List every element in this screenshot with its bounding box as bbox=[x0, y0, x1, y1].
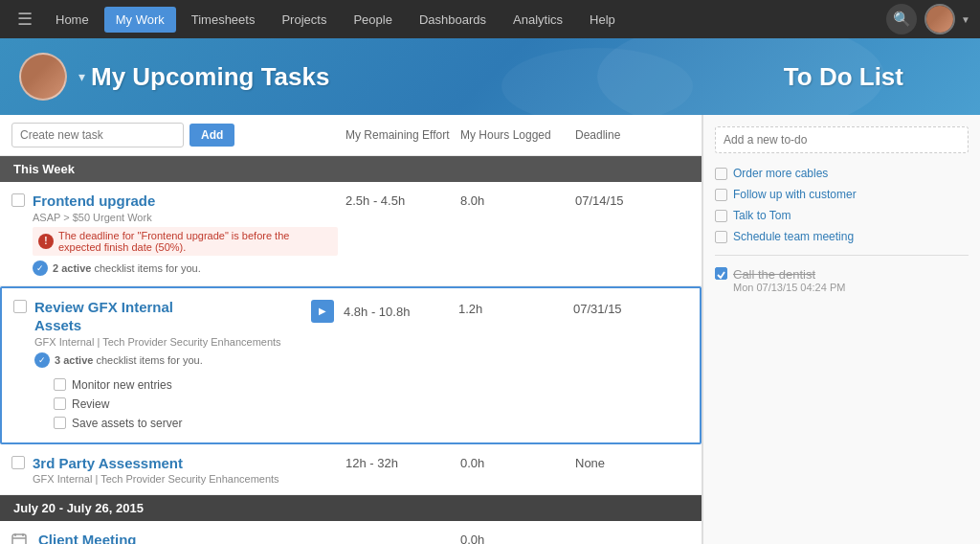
col-effort: My Remaining Effort bbox=[345, 128, 460, 142]
right-panel: Order more cables Follow up with custome… bbox=[702, 115, 980, 544]
todo-label[interactable]: Order more cables bbox=[733, 167, 828, 180]
task-checkbox[interactable] bbox=[13, 300, 27, 313]
todo-label[interactable]: Schedule team meeting bbox=[733, 230, 854, 243]
task-item: 3rd Party Assessment GFX Internal | Tech… bbox=[0, 444, 702, 496]
left-panel: Add My Remaining Effort My Hours Logged … bbox=[0, 115, 702, 544]
nav-item-people[interactable]: People bbox=[342, 7, 403, 33]
todo-item: Follow up with customer bbox=[715, 184, 969, 205]
chevron-down-icon[interactable]: ▼ bbox=[961, 14, 970, 25]
checklist-item: Monitor new entries bbox=[54, 375, 303, 395]
nav-item-dashboards[interactable]: Dashboards bbox=[408, 7, 498, 33]
nav-item-timesheets[interactable]: Timesheets bbox=[180, 7, 267, 33]
todo-item: Order more cables bbox=[715, 163, 969, 184]
checklist-item: Review bbox=[54, 395, 303, 414]
task-item: Client Meeting GameCenter Inc. | Gamespa… bbox=[0, 521, 702, 544]
task-effort: 4.8h - 10.8h bbox=[344, 303, 458, 319]
todo-item: Talk to Tom bbox=[715, 205, 969, 226]
task-deadline: 07/14/15 bbox=[575, 192, 690, 208]
checklist-items: Monitor new entries Review Save assets t… bbox=[34, 375, 303, 433]
todo-item: Schedule team meeting bbox=[715, 226, 969, 247]
task-effort: 12h - 32h bbox=[345, 454, 460, 470]
task-input[interactable] bbox=[11, 123, 184, 147]
checklist-item-label: Save assets to server bbox=[72, 417, 182, 430]
task-checkbox[interactable] bbox=[11, 193, 25, 207]
task-item-selected: Review GFX InternalAssets GFX Internal |… bbox=[0, 286, 702, 444]
task-hours: 0.0h bbox=[460, 454, 575, 470]
task-sub: GFX Internal | Tech Provider Security En… bbox=[34, 336, 303, 348]
todo-label[interactable]: Follow up with customer bbox=[733, 188, 857, 201]
task-hours: 0.0h bbox=[460, 531, 575, 544]
task-item: Frontend upgrade ASAP > $50 Urgent Work … bbox=[0, 182, 702, 286]
todo-checkbox[interactable] bbox=[715, 168, 727, 180]
page-title: My Upcoming Tasks bbox=[91, 62, 329, 92]
task-alert: ! The deadline for "Frontend upgrade" is… bbox=[33, 227, 338, 256]
alert-text: The deadline for "Frontend upgrade" is b… bbox=[58, 230, 332, 253]
checklist-item: Save assets to server bbox=[54, 414, 303, 433]
checklist-item-checkbox[interactable] bbox=[54, 378, 66, 391]
header-arrow-icon[interactable]: ▾ bbox=[78, 69, 85, 84]
task-effort bbox=[345, 531, 460, 544]
task-name[interactable]: 3rd Party Assessment bbox=[33, 454, 338, 473]
task-checklist: ✓ 2 active checklist items for you. bbox=[33, 261, 338, 276]
nav-item-mywork[interactable]: My Work bbox=[104, 7, 176, 33]
task-hours: 1.2h bbox=[458, 300, 573, 316]
col-hours: My Hours Logged bbox=[460, 128, 575, 142]
nav-item-help[interactable]: Help bbox=[578, 7, 627, 33]
checklist-item-checkbox[interactable] bbox=[54, 417, 66, 429]
header-banner: ▾ My Upcoming Tasks To Do List bbox=[0, 38, 980, 115]
nav-item-analytics[interactable]: Analytics bbox=[501, 7, 574, 33]
task-sub: ASAP > $50 Urgent Work bbox=[33, 212, 338, 223]
table-header-row: Add My Remaining Effort My Hours Logged … bbox=[0, 115, 702, 156]
main-content: Add My Remaining Effort My Hours Logged … bbox=[0, 115, 980, 544]
task-name[interactable]: Review GFX InternalAssets bbox=[34, 298, 303, 335]
checkmark-icon bbox=[716, 269, 726, 280]
todo-checkbox-done[interactable] bbox=[715, 267, 727, 280]
checklist-item-checkbox[interactable] bbox=[54, 397, 66, 410]
checklist-item-label: Review bbox=[72, 397, 109, 411]
nav-item-projects[interactable]: Projects bbox=[270, 7, 338, 33]
task-deadline bbox=[575, 531, 690, 544]
week-header: This Week bbox=[0, 156, 702, 182]
search-icon[interactable]: 🔍 bbox=[886, 4, 917, 34]
calendar-icon bbox=[11, 533, 27, 544]
todo-checkbox[interactable] bbox=[715, 231, 727, 243]
task-name[interactable]: Frontend upgrade bbox=[33, 192, 338, 211]
todo-label[interactable]: Talk to Tom bbox=[733, 209, 791, 222]
todo-done-item: Call the dentist Mon 07/13/15 04:24 PM bbox=[715, 263, 969, 297]
todo-done-date: Mon 07/13/15 04:24 PM bbox=[733, 282, 845, 293]
hamburger-icon[interactable]: ☰ bbox=[10, 5, 40, 34]
checklist-count: 3 active checklist items for you. bbox=[55, 354, 203, 366]
task-name[interactable]: Client Meeting bbox=[38, 531, 338, 544]
col-deadline: Deadline bbox=[575, 128, 690, 142]
task-hours: 8.0h bbox=[460, 192, 575, 208]
task-deadline: None bbox=[575, 454, 690, 470]
task-checkbox[interactable] bbox=[11, 456, 25, 469]
todo-divider bbox=[715, 255, 969, 256]
user-avatar bbox=[19, 53, 67, 101]
todo-checkbox[interactable] bbox=[715, 210, 727, 222]
todo-done-label[interactable]: Call the dentist bbox=[733, 267, 815, 282]
alert-icon: ! bbox=[38, 234, 54, 249]
date-range-header: July 20 - July 26, 2015 bbox=[0, 495, 702, 521]
nav-item-home[interactable]: Home bbox=[44, 7, 100, 33]
avatar[interactable] bbox=[924, 4, 955, 34]
todo-checkbox[interactable] bbox=[715, 189, 727, 201]
todo-title: To Do List bbox=[784, 62, 903, 92]
checklist-icon: ✓ bbox=[33, 261, 48, 276]
checklist-item-label: Monitor new entries bbox=[72, 378, 172, 392]
task-effort: 2.5h - 4.5h bbox=[345, 192, 460, 208]
add-task-button[interactable]: Add bbox=[189, 124, 234, 147]
task-sub: GFX Internal | Tech Provider Security En… bbox=[33, 473, 338, 485]
todo-add-input[interactable] bbox=[715, 126, 969, 153]
play-button[interactable]: ▶ bbox=[311, 300, 334, 323]
checklist-icon: ✓ bbox=[34, 352, 50, 368]
checklist-count: 2 active checklist items for you. bbox=[53, 262, 201, 274]
task-checklist: ✓ 3 active checklist items for you. bbox=[34, 352, 303, 368]
svg-rect-0 bbox=[12, 534, 26, 544]
navbar: ☰ Home My Work Timesheets Projects Peopl… bbox=[0, 0, 980, 38]
task-deadline: 07/31/15 bbox=[573, 300, 688, 316]
